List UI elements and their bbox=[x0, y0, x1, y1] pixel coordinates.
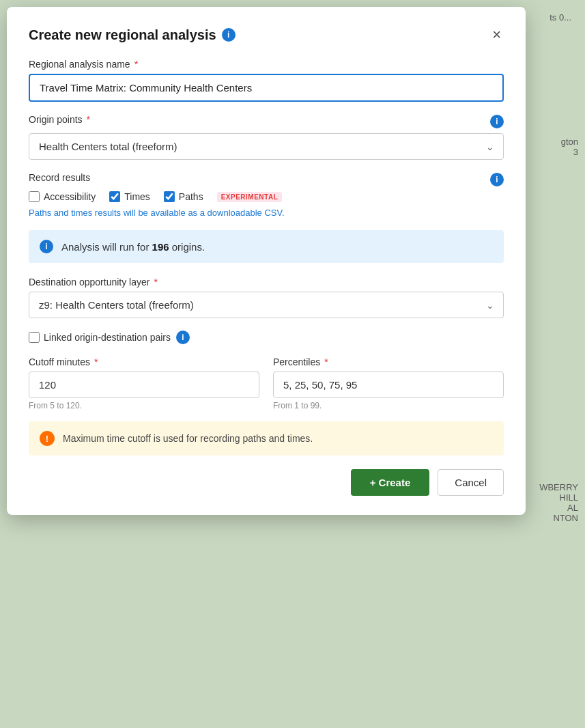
record-results-header: Record results i bbox=[29, 172, 504, 187]
times-label-text: Times bbox=[124, 191, 150, 202]
record-results-label: Record results bbox=[29, 172, 90, 183]
cutoff-hint: From 5 to 120. bbox=[29, 401, 259, 410]
percentiles-hint: From 1 to 99. bbox=[273, 401, 504, 410]
origin-points-select-wrapper: Health Centers total (freeform) ⌄ bbox=[29, 133, 504, 160]
modal-dialog: Create new regional analysis i × Regiona… bbox=[7, 7, 526, 515]
record-results-info-icon[interactable]: i bbox=[490, 173, 504, 186]
analysis-name-input[interactable] bbox=[29, 74, 504, 102]
cutoff-minutes-input[interactable] bbox=[29, 372, 259, 398]
modal-header: Create new regional analysis i × bbox=[29, 26, 504, 44]
modal-overlay: Create new regional analysis i × Regiona… bbox=[0, 0, 585, 728]
percentiles-input[interactable] bbox=[273, 372, 504, 398]
modal-title-info-icon[interactable]: i bbox=[222, 28, 236, 42]
modal-title-row: Create new regional analysis i bbox=[29, 27, 236, 43]
paths-checkbox-label[interactable]: Paths bbox=[164, 191, 203, 202]
analysis-info-banner: i Analysis will run for 196 origins. bbox=[29, 230, 504, 263]
accessibility-checkbox[interactable] bbox=[29, 191, 40, 202]
times-checkbox[interactable] bbox=[109, 191, 120, 202]
warning-banner: ! Maximum time cutoff is used for record… bbox=[29, 421, 504, 456]
linked-pairs-checkbox-label[interactable]: Linked origin-destination pairs bbox=[29, 332, 171, 343]
cancel-button[interactable]: Cancel bbox=[438, 469, 504, 496]
origin-points-info-icon[interactable]: i bbox=[490, 115, 504, 128]
linked-pairs-checkbox[interactable] bbox=[29, 332, 40, 343]
cutoff-minutes-label: Cutoff minutes * bbox=[29, 356, 259, 367]
warning-text: Maximum time cutoff is used for recordin… bbox=[63, 433, 313, 444]
destination-label: Destination opportunity layer * bbox=[29, 277, 504, 288]
record-results-checkboxes: Accessibility Times Paths EXPERIMENTAL bbox=[29, 191, 504, 202]
analysis-name-required: * bbox=[134, 59, 138, 70]
banner-info-icon: i bbox=[40, 240, 53, 253]
record-results-group: Record results i Accessibility Times Pat… bbox=[29, 172, 504, 218]
linked-pairs-row: Linked origin-destination pairs i bbox=[29, 331, 504, 344]
destination-group: Destination opportunity layer * z9: Heal… bbox=[29, 277, 504, 318]
warning-icon: ! bbox=[40, 431, 55, 446]
origin-points-header: Origin points * i bbox=[29, 114, 504, 129]
cutoff-required: * bbox=[94, 356, 98, 367]
origin-points-label: Origin points * bbox=[29, 114, 90, 125]
linked-pairs-info-icon[interactable]: i bbox=[176, 331, 190, 344]
cutoff-minutes-group: Cutoff minutes * From 5 to 120. bbox=[29, 356, 259, 410]
origin-points-required: * bbox=[87, 114, 90, 125]
destination-select-wrapper: z9: Health Centers total (freeform) ⌄ bbox=[29, 292, 504, 318]
experimental-badge: EXPERIMENTAL bbox=[217, 192, 283, 202]
modal-title: Create new regional analysis bbox=[29, 27, 216, 43]
accessibility-checkbox-label[interactable]: Accessibility bbox=[29, 191, 96, 202]
paths-times-note: Paths and times results will be availabl… bbox=[29, 208, 504, 218]
analysis-name-group: Regional analysis name * bbox=[29, 59, 504, 102]
close-button[interactable]: × bbox=[489, 26, 504, 44]
percentiles-group: Percentiles * From 1 to 99. bbox=[273, 356, 504, 410]
banner-info-text: Analysis will run for 196 origins. bbox=[61, 241, 205, 253]
origin-points-select[interactable]: Health Centers total (freeform) bbox=[29, 133, 504, 160]
paths-checkbox[interactable] bbox=[164, 191, 175, 202]
create-button[interactable]: + Create bbox=[351, 469, 430, 496]
accessibility-label-text: Accessibility bbox=[44, 191, 96, 202]
origin-points-group: Origin points * i Health Centers total (… bbox=[29, 114, 504, 160]
modal-footer: + Create Cancel bbox=[29, 469, 504, 496]
linked-pairs-label-text: Linked origin-destination pairs bbox=[44, 332, 171, 343]
origins-count: 196 bbox=[152, 241, 169, 253]
percentiles-required: * bbox=[324, 356, 328, 367]
paths-label-text: Paths bbox=[179, 191, 203, 202]
cutoff-percentiles-row: Cutoff minutes * From 5 to 120. Percenti… bbox=[29, 356, 504, 410]
times-checkbox-label[interactable]: Times bbox=[109, 191, 150, 202]
destination-required: * bbox=[154, 277, 157, 288]
analysis-name-label: Regional analysis name * bbox=[29, 59, 504, 70]
destination-select[interactable]: z9: Health Centers total (freeform) bbox=[29, 292, 504, 318]
percentiles-label: Percentiles * bbox=[273, 356, 504, 367]
